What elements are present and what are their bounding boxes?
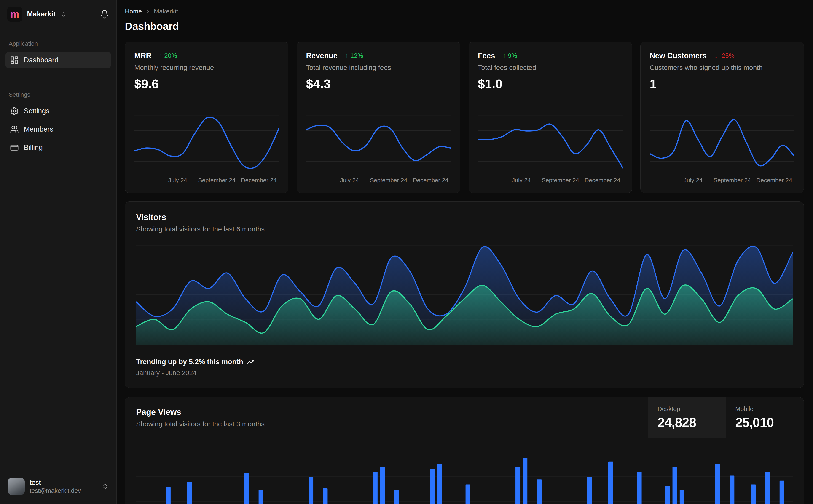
trend-range: January - June 2024 [136, 369, 793, 377]
sidebar-item-settings[interactable]: Settings [5, 103, 111, 119]
trend-badge: ↑9% [503, 52, 517, 59]
card-value: $9.6 [134, 77, 279, 91]
sidebar-item-label: Dashboard [24, 56, 58, 64]
credit-card-icon [10, 143, 19, 152]
sparkline-chart: July 24 September 24 December 24 [306, 111, 451, 186]
sparkline-x-labels: July 24 September 24 December 24 [134, 177, 279, 186]
x-tick: September 24 [370, 177, 407, 184]
sparkline-svg [650, 111, 794, 173]
sidebar-item-label: Billing [24, 143, 43, 152]
sidebar-header: m Makerkit [5, 0, 111, 28]
workspace-name: Makerkit [27, 10, 56, 18]
breadcrumb-home[interactable]: Home [125, 8, 142, 15]
x-tick: September 24 [198, 177, 235, 184]
sidebar-item-members[interactable]: Members [5, 121, 111, 138]
stat-label: Mobile [735, 406, 794, 413]
card-title: New Customers [650, 51, 707, 60]
page-views-titles: Page Views Showing total visitors for th… [125, 397, 648, 438]
trend-text: Trending up by 5.2% this month [136, 358, 243, 366]
nav-section-application: Application [9, 40, 108, 47]
card-title: Revenue [306, 51, 338, 60]
stat-value: 25,010 [735, 415, 794, 430]
sparkline-svg [134, 111, 279, 173]
trend-badge: ↑12% [345, 52, 363, 59]
nav-section-settings: Settings [9, 91, 108, 98]
user-email: test@makerkit.dev [30, 487, 81, 494]
sparkline-x-labels: July 24 September 24 December 24 [478, 177, 623, 186]
stat-card-fees: Fees ↑9% Total fees collected $1.0 July … [469, 42, 632, 193]
logo-letter: m [10, 9, 19, 19]
workspace-selector[interactable]: m Makerkit [7, 7, 67, 22]
card-title: MRR [134, 51, 151, 60]
notifications-button[interactable] [100, 10, 109, 19]
x-tick: December 24 [584, 177, 620, 184]
sidebar-item-label: Members [24, 125, 53, 133]
user-meta: test test@makerkit.dev [30, 479, 81, 494]
card-value: $4.3 [306, 77, 451, 91]
stat-card-revenue: Revenue ↑12% Total revenue including fee… [297, 42, 460, 193]
trending-up-icon [247, 358, 255, 366]
stat-card-new-customers: New Customers ↓-25% Customers who signed… [640, 42, 804, 193]
card-title: Fees [478, 51, 495, 60]
stat-toggle-mobile[interactable]: Mobile 25,010 [726, 397, 804, 438]
avatar [8, 478, 25, 495]
x-tick: July 24 [684, 177, 703, 184]
card-value: 1 [650, 77, 794, 91]
visitors-area-chart [136, 242, 793, 345]
dashboard-icon [10, 56, 19, 64]
sidebar-item-billing[interactable]: Billing [5, 139, 111, 156]
visitors-title: Visitors [136, 212, 793, 222]
chevrons-up-down-icon [60, 11, 67, 17]
app-root: m Makerkit Application Dashboard Setting… [0, 0, 813, 504]
visitors-panel: Visitors Showing total visitors for the … [125, 201, 804, 388]
gear-icon [10, 107, 19, 115]
stat-label: Desktop [658, 406, 717, 413]
x-tick: December 24 [413, 177, 448, 184]
card-subtitle: Total revenue including fees [306, 64, 451, 72]
sidebar-nav: Application Dashboard Settings Settings … [5, 28, 111, 158]
x-tick: July 24 [340, 177, 359, 184]
users-icon [10, 125, 19, 134]
x-tick: July 24 [512, 177, 530, 184]
chevrons-up-down-icon [102, 483, 109, 490]
card-value: $1.0 [478, 77, 623, 91]
user-menu[interactable]: test test@makerkit.dev [5, 475, 111, 498]
sparkline-x-labels: July 24 September 24 December 24 [650, 177, 794, 186]
trend-row: Trending up by 5.2% this month [136, 358, 793, 366]
sidebar-item-dashboard[interactable]: Dashboard [5, 52, 111, 68]
chevron-right-icon [145, 9, 151, 14]
breadcrumb-current: Makerkit [154, 8, 178, 15]
stat-value: 24,828 [658, 415, 717, 430]
sparkline-chart: July 24 September 24 December 24 [134, 111, 279, 186]
sidebar-item-label: Settings [24, 107, 49, 115]
page-views-panel: Page Views Showing total visitors for th… [125, 397, 804, 504]
sparkline-chart: July 24 September 24 December 24 [478, 111, 623, 186]
x-tick: December 24 [756, 177, 792, 184]
bar-chart-svg [136, 438, 793, 504]
sidebar: m Makerkit Application Dashboard Setting… [0, 0, 117, 504]
sparkline-svg [306, 111, 451, 173]
sparkline-chart: July 24 September 24 December 24 [650, 111, 794, 186]
breadcrumb: Home Makerkit [125, 8, 804, 15]
stat-toggle-desktop[interactable]: Desktop 24,828 [648, 397, 726, 438]
user-name: test [30, 479, 81, 486]
x-tick: July 24 [168, 177, 187, 184]
page-views-header: Page Views Showing total visitors for th… [125, 397, 804, 438]
card-subtitle: Monthly recurring revenue [134, 64, 279, 72]
card-subtitle: Total fees collected [478, 64, 623, 72]
main-content: Home Makerkit Dashboard MRR ↑20% Monthly… [117, 0, 813, 504]
page-views-subtitle: Showing total visitors for the last 3 mo… [136, 420, 637, 428]
sparkline-svg [478, 111, 623, 173]
sparkline-x-labels: July 24 September 24 December 24 [306, 177, 451, 186]
x-tick: September 24 [714, 177, 751, 184]
page-views-title: Page Views [136, 407, 637, 417]
page-views-bar-chart [125, 438, 804, 504]
bell-icon [100, 10, 109, 19]
trend-badge: ↑20% [159, 52, 177, 59]
x-tick: September 24 [542, 177, 579, 184]
trend-badge: ↓-25% [715, 52, 734, 59]
makerkit-logo: m [7, 7, 22, 22]
visitors-chart-svg [136, 242, 793, 345]
visitors-subtitle: Showing total visitors for the last 6 mo… [136, 225, 793, 233]
stat-card-mrr: MRR ↑20% Monthly recurring revenue $9.6 … [125, 42, 288, 193]
